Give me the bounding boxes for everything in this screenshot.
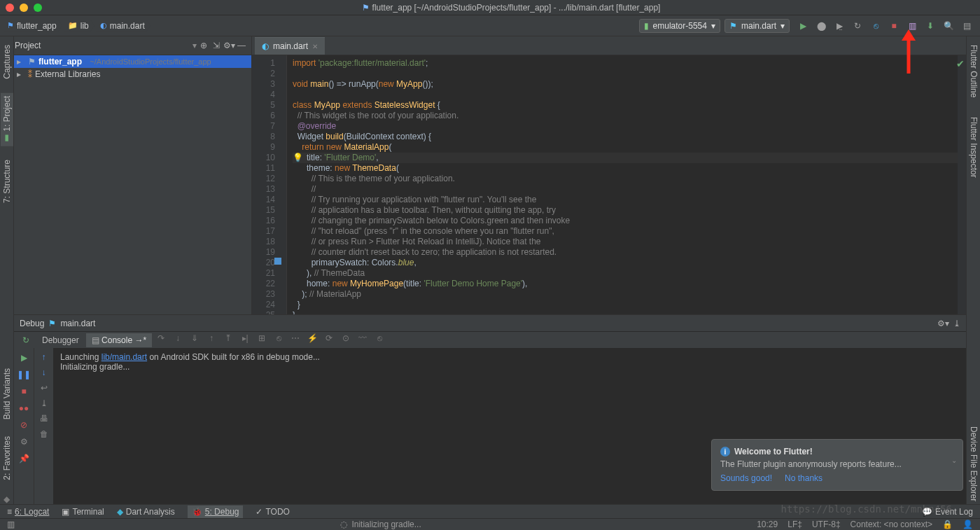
drop-frame-icon[interactable]: ⤒ [220,333,236,347]
run-to-cursor-icon[interactable]: ▸| [237,333,253,347]
hide-icon[interactable]: — [236,41,247,50]
minimize-icon[interactable]: ⤓ [953,319,960,328]
tab-debugger[interactable]: Debugger [36,333,85,347]
notification-popup: iWelcome to Flutter! ⌄ The Flutter plugi… [711,439,963,491]
code-editor[interactable]: 1234567891011121314151617181920212223242… [252,55,966,314]
stop-icon[interactable]: ■ [18,386,29,397]
traffic-max[interactable] [34,4,42,12]
tree-root[interactable]: ▸⚑ flutter_app ~/AndroidStudioProjects/f… [14,55,251,68]
mute-bp-icon[interactable]: ⊘ [18,419,29,431]
attach-button[interactable]: ⎋ [868,18,883,34]
run-config-selector[interactable]: ⚑main.dart▾ [724,19,790,33]
breadcrumb: ⚑flutter_app 📁lib ◐main.dart [4,20,150,32]
sidebar-flutter-inspector[interactable]: Flutter Inspector [967,114,980,181]
sidebar-structure[interactable]: 7: Structure [1,157,13,206]
debug-title: Debug ⚑ main.dart [20,319,95,328]
status-encoding[interactable]: UTF-8‡ [812,519,841,529]
sdk-button[interactable]: ⬇ [923,18,938,34]
settings-icon[interactable]: ⚙ [18,436,29,447]
project-tree[interactable]: ▸⚑ flutter_app ~/AndroidStudioProjects/f… [14,55,252,314]
gear-icon[interactable]: ⚙▾ [223,41,234,50]
rerun-icon[interactable]: ↻ [17,335,35,345]
step-into-icon[interactable]: ↓ [170,333,186,347]
notif-accept[interactable]: Sounds good! [720,473,772,483]
tab-debug[interactable]: 🐞 5: Debug [188,505,244,518]
hot-reload-icon[interactable]: ⚡ [304,333,320,347]
avd-button[interactable]: ▥ [904,18,920,34]
tab-terminal[interactable]: ▣ Terminal [62,507,104,517]
quick-access-icon[interactable]: ▥ [7,519,15,529]
notif-decline[interactable]: No thanks [785,473,822,483]
project-tool-header: ▤Project ▾ ⊕ ⇲ ⚙▾ — [0,36,252,55]
inspection-ok-icon: ✔ [956,58,965,69]
status-line-sep[interactable]: LF‡ [788,519,802,529]
resume-icon[interactable]: ▶ [18,352,29,363]
sidebar-build-variants[interactable]: Build Variants [1,365,13,422]
console-link[interactable]: lib/main.dart [102,352,147,362]
open-devtools-icon[interactable]: ⊙ [338,333,354,347]
collapse-icon[interactable]: ⇲ [211,41,222,50]
run-button[interactable]: ▶ [795,18,811,34]
scroll-end-icon[interactable]: ⤓ [41,398,48,408]
hector-icon[interactable]: 👤 [962,519,973,529]
spinner-icon: ◌ [340,519,347,529]
android-icon: ◆ [4,494,10,504]
step-out-icon[interactable]: ↑ [204,333,219,347]
tab-dart-analysis[interactable]: ◆ Dart Analysis [117,507,175,517]
tab-console[interactable]: ▤ Console →* [86,333,152,347]
scroll-from-source-icon[interactable]: ⊕ [198,41,209,50]
chevron-down-icon[interactable]: ⌄ [951,456,957,464]
sidebar-project[interactable]: ▮ 1: Project [1,93,13,146]
force-step-icon[interactable]: ⇓ [187,333,202,347]
device-selector[interactable]: ▮emulator-5554▾ [639,19,720,33]
sidebar-favorites[interactable]: 2: Favorites [1,433,13,483]
crumb-app[interactable]: ⚑flutter_app [4,20,62,32]
coverage-button[interactable]: ▶̤ [832,18,847,34]
close-icon[interactable]: ✕ [312,43,318,50]
profile-button[interactable]: ↻ [850,18,865,34]
trace-icon[interactable]: ⎋ [271,333,286,347]
search-everywhere[interactable]: 🔍 [941,18,956,34]
status-task: Initializing gradle... [351,519,421,529]
window-title: ⚑flutter_app [~/AndroidStudioProjects/fl… [48,3,974,13]
debug-button[interactable]: ⬤ [813,18,829,34]
lock-icon[interactable]: 🔒 [942,519,953,529]
pause-icon[interactable]: ❚❚ [18,369,29,380]
up-icon[interactable]: ↑ [42,352,46,362]
breakpoint-marker[interactable] [274,258,281,265]
sidebar-captures[interactable]: Captures [1,42,13,82]
crumb-file[interactable]: ◐main.dart [96,20,150,32]
pin-icon[interactable]: 📌 [18,453,29,464]
perf-icon[interactable]: 〰 [355,333,370,347]
info-icon: i [720,447,730,456]
tree-external-libs[interactable]: ▸⁑External Libraries [14,68,251,81]
print-icon[interactable]: 🖶 [40,414,48,424]
sidebar-device-explorer[interactable]: Device File Explorer [967,424,980,504]
clear-icon[interactable]: 🗑 [40,429,48,439]
evaluate-icon[interactable]: ⊞ [254,333,270,347]
tab-todo[interactable]: ✓ TODO [255,507,289,517]
sidebar-flutter-outline[interactable]: Flutter Outline [967,42,980,100]
intention-bulb-icon[interactable]: 💡 [293,153,303,162]
tab-logcat[interactable]: ≡ 6: Logcat [7,507,49,517]
watermark: https://blog.csdn.net/mnhn456 [781,503,952,515]
observatory-icon[interactable]: ⎋ [372,333,387,347]
crumb-dir[interactable]: 📁lib [64,20,94,32]
soft-wrap-icon[interactable]: ↩ [41,383,48,393]
status-caret-pos: 10:29 [757,519,778,529]
down-icon[interactable]: ↓ [42,368,46,377]
traffic-close[interactable] [6,4,14,12]
restart-icon[interactable]: ⟳ [321,333,337,347]
more-icon[interactable]: ⋯ [288,333,303,347]
editor-tab-main[interactable]: ◐main.dart✕ [255,37,325,55]
stop-button[interactable]: ■ [886,18,902,34]
view-bp-icon[interactable]: ●● [18,403,29,414]
gear-icon[interactable]: ⚙▾ [937,319,949,328]
step-over-icon[interactable]: ↷ [153,333,169,347]
status-context[interactable]: Context: <no context> [850,519,932,529]
traffic-min[interactable] [20,4,28,12]
settings-button[interactable]: ▤ [959,18,974,34]
